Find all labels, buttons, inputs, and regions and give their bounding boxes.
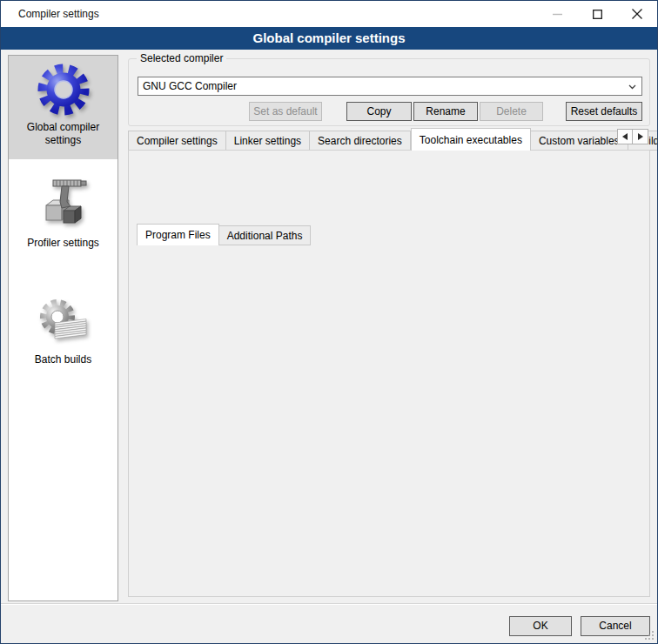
delete-button[interactable]: Delete bbox=[480, 102, 543, 121]
copy-button[interactable]: Copy bbox=[346, 102, 412, 121]
cancel-button[interactable]: Cancel bbox=[581, 616, 650, 636]
settings-category-list: Global compiler settings Profiler settin… bbox=[8, 55, 118, 601]
compiler-select-value: GNU GCC Compiler bbox=[143, 80, 237, 92]
titlebar: Compiler settings bbox=[1, 1, 657, 27]
window-controls bbox=[537, 1, 657, 27]
selected-compiler-group: Selected compiler GNU GCC Compiler Set a… bbox=[128, 58, 650, 126]
sidebar-item-label: Profiler settings bbox=[24, 237, 103, 250]
tab-compiler-settings[interactable]: Compiler settings bbox=[128, 131, 226, 151]
minimize-button[interactable] bbox=[537, 1, 577, 27]
caliper-icon bbox=[36, 178, 91, 233]
window-title: Compiler settings bbox=[18, 1, 99, 27]
close-icon bbox=[632, 9, 642, 19]
sidebar-item-label: Global compiler settings bbox=[9, 121, 118, 147]
minimize-icon bbox=[553, 10, 562, 19]
sidebar-item-batch-builds[interactable]: Batch builds bbox=[9, 288, 118, 380]
tab-linker-settings[interactable]: Linker settings bbox=[226, 131, 310, 151]
maximize-icon bbox=[593, 10, 602, 19]
sidebar-item-label: Batch builds bbox=[31, 353, 95, 366]
compiler-select[interactable]: GNU GCC Compiler bbox=[138, 77, 642, 96]
resize-grip[interactable] bbox=[644, 630, 655, 641]
tab-search-directories[interactable]: Search directories bbox=[310, 131, 411, 151]
blue-gear-icon bbox=[36, 62, 91, 117]
sidebar-item-global-compiler-settings[interactable]: Global compiler settings bbox=[9, 56, 118, 159]
tab-program-files[interactable]: Program Files bbox=[137, 224, 219, 245]
tab-scroll-arrows bbox=[617, 129, 648, 144]
sidebar-item-profiler-settings[interactable]: Profiler settings bbox=[9, 171, 118, 264]
set-as-default-button[interactable]: Set as default bbox=[249, 102, 322, 121]
settings-tabs: Compiler settings Linker settings Search… bbox=[128, 128, 658, 151]
tab-custom-variables[interactable]: Custom variables bbox=[531, 131, 628, 151]
tab-scroll-right-button[interactable] bbox=[633, 129, 648, 144]
maximize-button[interactable] bbox=[577, 1, 617, 27]
tab-toolchain-executables[interactable]: Toolchain executables bbox=[411, 128, 531, 151]
tab-additional-paths[interactable]: Additional Paths bbox=[219, 225, 312, 245]
reset-defaults-button[interactable]: Reset defaults bbox=[566, 102, 642, 121]
chevron-down-icon bbox=[628, 84, 636, 90]
footer-divider bbox=[1, 603, 657, 605]
gray-gear-stack-icon bbox=[36, 294, 91, 350]
tab-scroll-left-button[interactable] bbox=[617, 129, 633, 144]
compiler-settings-window: Compiler settings Global compiler settin… bbox=[0, 0, 658, 644]
arrow-left-icon bbox=[622, 133, 628, 140]
ok-button[interactable]: OK bbox=[509, 616, 572, 636]
rename-button[interactable]: Rename bbox=[413, 102, 478, 121]
arrow-right-icon bbox=[638, 133, 643, 140]
program-files-tabs: Program Files Additional Paths bbox=[137, 224, 311, 245]
group-legend: Selected compiler bbox=[137, 52, 226, 64]
close-button[interactable] bbox=[617, 1, 657, 27]
dialog-header: Global compiler settings bbox=[1, 27, 657, 50]
toolchain-executables-panel bbox=[128, 150, 650, 597]
